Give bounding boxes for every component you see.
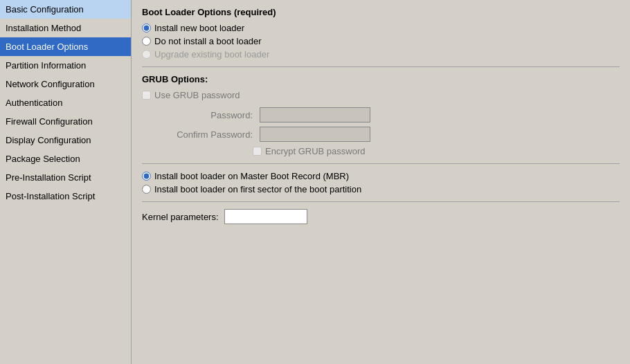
- separator-3: [142, 201, 620, 202]
- kernel-row: Kernel parameters:: [142, 209, 620, 224]
- boot-loader-radio-2: [142, 50, 151, 59]
- boot-loader-radio-1[interactable]: [142, 37, 151, 46]
- sidebar-item-boot-loader-options[interactable]: Boot Loader Options: [0, 37, 131, 56]
- separator-2: [142, 163, 620, 164]
- kernel-parameters-input[interactable]: [224, 209, 307, 224]
- boot-loader-option-1[interactable]: Do not install a boot loader: [142, 36, 620, 46]
- grub-section-title: GRUB Options:: [142, 74, 620, 84]
- confirm-password-row: Confirm Password:: [156, 127, 620, 142]
- boot-loader-option-2: Upgrade existing boot loader: [142, 49, 620, 60]
- confirm-password-input[interactable]: [260, 127, 370, 142]
- install-location-option-0[interactable]: Install boot loader on Master Boot Recor…: [142, 171, 620, 181]
- sidebar-item-installation-method[interactable]: Installation Method: [0, 19, 131, 37]
- password-row: Password:: [156, 107, 620, 122]
- boot-loader-section-title: Boot Loader Options (required): [142, 7, 620, 17]
- encrypt-row: Encrypt GRUB password: [253, 146, 620, 156]
- encrypt-grub-label[interactable]: Encrypt GRUB password: [265, 146, 366, 156]
- sidebar-item-display-configuration[interactable]: Display Configuration: [0, 131, 131, 149]
- sidebar-item-post-installation-script[interactable]: Post-Installation Script: [0, 187, 131, 206]
- install-location-option-1[interactable]: Install boot loader on first sector of t…: [142, 184, 620, 194]
- use-grub-password-checkbox[interactable]: [142, 91, 151, 100]
- kernel-label: Kernel parameters:: [142, 212, 219, 222]
- encrypt-grub-checkbox[interactable]: [253, 147, 262, 156]
- boot-loader-radio-0[interactable]: [142, 24, 151, 33]
- confirm-password-label: Confirm Password:: [156, 129, 260, 140]
- install-location-radio-0[interactable]: [142, 172, 151, 181]
- sidebar-item-package-selection[interactable]: Package Selection: [0, 149, 131, 168]
- grub-section: GRUB Options: Use GRUB password Password…: [142, 74, 620, 156]
- sidebar-item-firewall-configuration[interactable]: Firewall Configuration: [0, 112, 131, 131]
- install-location-radio-group: Install boot loader on Master Boot Recor…: [142, 171, 620, 194]
- use-grub-password-label[interactable]: Use GRUB password: [154, 90, 240, 100]
- sidebar-item-network-configuration[interactable]: Network Configuration: [0, 75, 131, 93]
- main-content: Boot Loader Options (required) Install n…: [132, 0, 630, 364]
- password-input[interactable]: [260, 107, 370, 122]
- separator-1: [142, 66, 620, 67]
- sidebar: Basic ConfigurationInstallation MethodBo…: [0, 0, 132, 364]
- boot-loader-section: Boot Loader Options (required) Install n…: [142, 7, 620, 60]
- install-location-radio-1[interactable]: [142, 185, 151, 194]
- sidebar-item-authentication[interactable]: Authentication: [0, 93, 131, 112]
- sidebar-item-partition-information[interactable]: Partition Information: [0, 56, 131, 75]
- use-grub-password-row: Use GRUB password: [142, 90, 620, 100]
- sidebar-item-pre-installation-script[interactable]: Pre-Installation Script: [0, 168, 131, 187]
- sidebar-item-basic-configuration[interactable]: Basic Configuration: [0, 0, 131, 19]
- boot-loader-option-0[interactable]: Install new boot loader: [142, 23, 620, 33]
- password-label: Password:: [156, 110, 260, 120]
- boot-loader-radio-group: Install new boot loader Do not install a…: [142, 23, 620, 60]
